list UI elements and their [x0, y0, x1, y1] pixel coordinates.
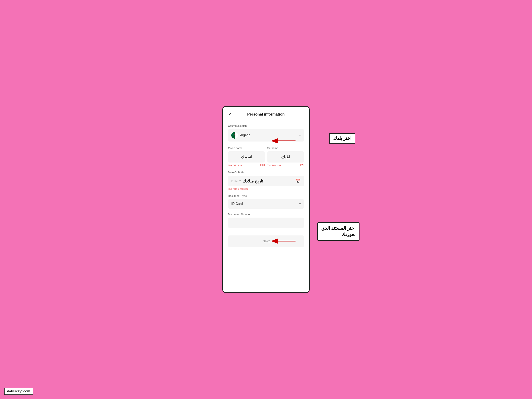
watermark: dalilukayf.com [4, 388, 33, 395]
document-type-value: ID Card [231, 202, 299, 206]
back-button[interactable]: < [227, 111, 233, 118]
surname-label: Surname [267, 146, 304, 150]
phone-frame: < Personal information Country/Region Al… [222, 106, 310, 293]
arrow-doc-icon [271, 237, 298, 245]
header: < Personal information [223, 107, 309, 120]
surname-error: This field is re... [267, 164, 283, 167]
dob-arabic-text: تاريخ ميلادك [242, 178, 264, 184]
annotation-doc: اختر المستند الذيبحوزتك [317, 222, 360, 241]
given-name-input[interactable]: اسمك [228, 151, 265, 163]
page-title: Personal information [233, 112, 299, 117]
dob-label: Date Of Birth [228, 171, 304, 174]
flag-icon [231, 132, 238, 139]
given-name-error: This field is re... [228, 164, 244, 167]
arrow-country-icon [271, 137, 298, 145]
document-type-label: Document Type [228, 194, 304, 197]
given-name-label: Given name [228, 146, 265, 150]
dob-placeholder: Date O [231, 179, 241, 183]
calendar-icon: 📅 [296, 178, 301, 184]
surname-field: Surname لقبك This field is re... 0/20 [267, 146, 304, 167]
surname-input[interactable]: لقبك [267, 151, 304, 163]
dob-input[interactable]: Date O تاريخ ميلادك 📅 [228, 176, 304, 186]
surname-count: 0/20 [300, 164, 304, 166]
document-number-label: Document Number [228, 213, 304, 216]
document-number-input[interactable] [228, 218, 304, 228]
document-chevron-icon: ▾ [299, 202, 301, 206]
country-label: Country/Region [228, 124, 304, 127]
name-row: Given name اسمك This field is re... 0/20… [228, 146, 304, 167]
dob-error: This field is required [228, 188, 304, 190]
dob-section: Date Of Birth Date O تاريخ ميلادك 📅 This… [228, 171, 304, 190]
annotation-country: اختر بلدك [329, 133, 355, 144]
document-type-section: Document Type ID Card ▾ [228, 194, 304, 209]
given-name-count: 0/20 [260, 164, 265, 166]
document-number-section: Document Number [228, 213, 304, 228]
given-name-field: Given name اسمك This field is re... 0/20 [228, 146, 265, 167]
chevron-down-icon: ▾ [299, 134, 301, 137]
document-type-selector[interactable]: ID Card ▾ [228, 199, 304, 209]
